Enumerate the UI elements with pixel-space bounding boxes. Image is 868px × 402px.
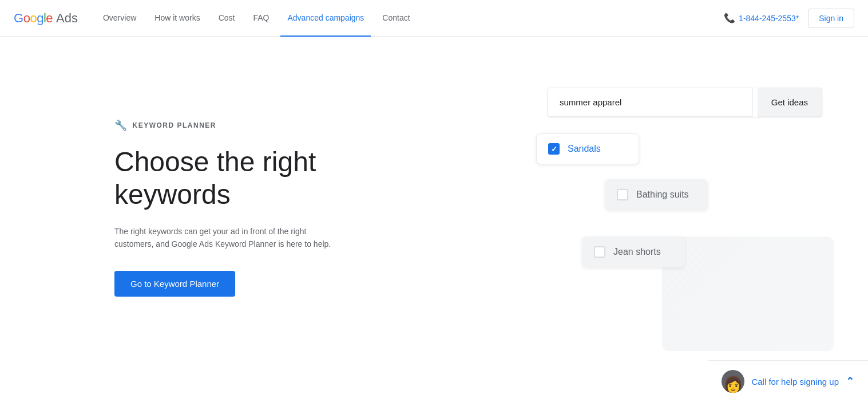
google-wordmark: Google: [14, 11, 53, 26]
header: Google Ads Overview How it works Cost FA…: [0, 0, 868, 37]
sign-in-button[interactable]: Sign in: [808, 9, 854, 28]
wrench-icon: 🔧: [114, 119, 128, 132]
headline: Choose the right keywords: [114, 145, 332, 211]
nav-item-cost[interactable]: Cost: [212, 0, 242, 37]
nav-item-contact[interactable]: Contact: [375, 0, 417, 37]
section-label-text: Keyword Planner: [133, 121, 217, 129]
keyword-label-jean-shorts: Jean shorts: [613, 247, 661, 257]
keyword-search-bar: Get ideas: [548, 88, 822, 117]
nav-item-faq[interactable]: FAQ: [246, 0, 276, 37]
main-content: 🔧 Keyword Planner Choose the right keywo…: [0, 37, 868, 368]
keyword-card-sandals[interactable]: ✓ Sandals: [536, 133, 639, 164]
nav-item-advanced-campaigns[interactable]: Advanced campaigns: [280, 0, 371, 37]
keyword-card-jean-shorts[interactable]: Jean shorts: [582, 237, 685, 267]
headline-line2: keywords: [114, 179, 231, 210]
headline-line1: Choose the right: [114, 147, 316, 177]
header-right: 📞 1-844-245-2553* Sign in: [724, 9, 854, 28]
nav-item-overview[interactable]: Overview: [96, 0, 143, 37]
phone-link[interactable]: 📞 1-844-245-2553*: [724, 13, 799, 23]
get-ideas-button[interactable]: Get ideas: [758, 88, 822, 117]
checkbox-jean-shorts[interactable]: [594, 246, 605, 258]
go-to-keyword-planner-button[interactable]: Go to Keyword Planner: [114, 271, 235, 297]
checkbox-sandals[interactable]: ✓: [548, 143, 560, 155]
main-nav: Overview How it works Cost FAQ Advanced …: [96, 0, 724, 37]
google-ads-logo[interactable]: Google Ads: [14, 11, 78, 26]
keyword-label-bathing-suits: Bathing suits: [636, 190, 689, 200]
description: The right keywords can get your ad in fr…: [114, 225, 332, 251]
keyword-label-sandals: Sandals: [568, 144, 601, 154]
keyword-card-bathing-suits[interactable]: Bathing suits: [605, 179, 708, 210]
checkmark-icon: ✓: [551, 145, 557, 153]
left-content: 🔧 Keyword Planner Choose the right keywo…: [114, 119, 332, 297]
background-gradient: [662, 237, 834, 351]
checkbox-bathing-suits[interactable]: [617, 189, 628, 200]
keyword-search-input[interactable]: [548, 88, 753, 117]
section-label: 🔧 Keyword Planner: [114, 119, 332, 132]
keyword-results: ✓ Sandals: [536, 133, 639, 164]
ads-wordmark: Ads: [56, 11, 78, 26]
nav-item-how-it-works[interactable]: How it works: [148, 0, 207, 37]
keyword-planner-ui: Get ideas ✓ Sandals Bathing suits Jean s…: [536, 88, 822, 328]
phone-icon: 📞: [724, 13, 735, 23]
phone-number: 1-844-245-2553*: [739, 14, 799, 23]
footer-call-bar: 👩 Call for help signing up ⌃: [708, 360, 868, 368]
